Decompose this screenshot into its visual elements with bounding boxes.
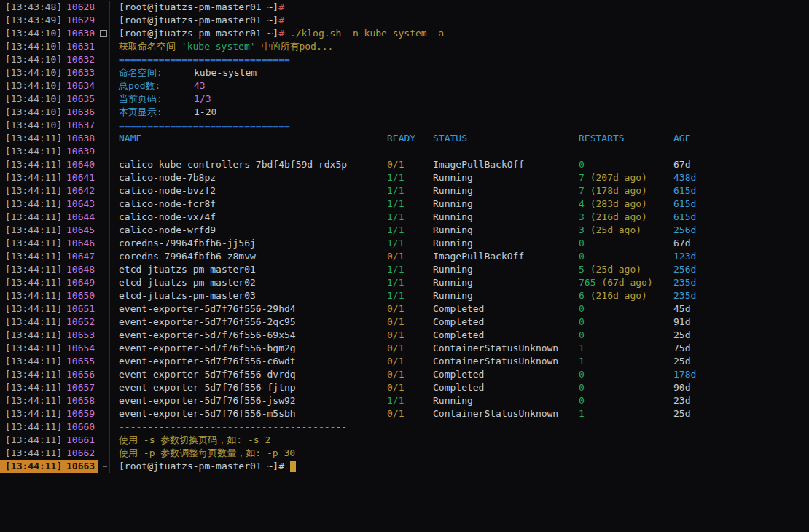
terminal-line: [13:44:10]10636本页显示:1-20 [0,106,809,119]
gutter-cell[interactable]: [13:44:11]10646 [0,237,110,250]
line-content: NAMEREADYSTATUSRESTARTSAGE [110,132,690,145]
gutter-cell[interactable]: [13:44:11]10658 [0,394,110,407]
fold-guide-line [99,368,107,381]
text-segment: 1 [579,342,673,355]
fold-guide-line [99,316,107,329]
gutter-cell[interactable]: [13:43:48]10628 [0,1,110,14]
timestamp-label: [13:44:10] [5,66,66,79]
text-segment: event-exporter-5d7f76f556-fjtnp [119,381,387,394]
timestamp-label: [13:44:10] [5,79,66,93]
text-segment: 67d [673,238,690,249]
timestamp-label: [13:44:11] [5,276,66,289]
timestamp-label: [13:44:11] [5,355,66,368]
text-segment: ---------------------------------------- [119,421,347,432]
gutter-cell[interactable]: [13:44:11]10641 [0,171,110,184]
timestamp-label: [13:44:11] [5,447,66,460]
text-segment: Running [433,171,579,184]
timestamp-label: [13:44:10] [5,93,66,106]
text-segment: 本页显示: [119,106,194,119]
gutter-cell[interactable]: [13:44:10]10633 [0,66,110,79]
text-segment: ============================== [119,120,290,130]
text-segment: NAME [119,132,387,145]
line-content: ============================== [110,53,290,66]
line-number: 10638 [66,132,95,145]
text-segment: Running [433,197,579,211]
gutter-cell[interactable]: [13:44:11]10659 [0,407,110,420]
text-segment: 1 [579,343,585,353]
text-segment: 235d [673,277,696,288]
gutter-cell-active[interactable]: [13:44:11]10663 [0,460,110,473]
text-segment: 0 [579,395,585,406]
text-segment: Running [433,237,579,250]
gutter-cell[interactable]: [13:44:11]10639 [0,145,110,158]
gutter-cell[interactable]: [13:44:11]10643 [0,197,110,211]
text-segment: 256d [673,224,696,235]
timestamp-label: [13:44:11] [5,368,66,381]
text-segment: 0 [579,237,673,250]
gutter-cell[interactable]: [13:44:10]10635 [0,93,110,106]
text-segment: [root@jtuatzs-pm-master01 ~] [119,1,278,12]
text-segment: 7 [579,185,585,196]
text-segment: STATUS [433,132,579,145]
text-segment: ImagePullBackOff [433,158,579,171]
fold-guide-line [99,132,107,145]
line-number: 10632 [66,53,95,66]
gutter-cell[interactable]: [13:44:11]10655 [0,355,110,368]
fold-guide-line [99,381,107,394]
gutter-cell[interactable]: [13:44:11]10642 [0,184,110,197]
gutter-cell[interactable]: [13:44:11]10640 [0,158,110,171]
fold-collapse-icon[interactable] [99,27,107,40]
text-segment: 25d [673,408,690,419]
gutter-cell[interactable]: [13:44:11]10656 [0,368,110,381]
terminal-line: [13:44:11]10655event-exporter-5d7f76f556… [0,355,809,368]
text-segment: 1/1 [387,184,433,197]
fold-guide-line [99,276,107,289]
line-content: etcd-jtuatzs-pm-master011/1Running5 (25d… [110,263,696,276]
text-segment: Completed [433,381,579,394]
gutter-cell[interactable]: [13:43:49]10629 [0,14,110,27]
line-number: 10640 [66,158,95,171]
text-segment: 6 (216d ago) [579,289,673,302]
gutter-cell[interactable]: [13:44:11]10657 [0,381,110,394]
gutter-cell[interactable]: [13:44:11]10650 [0,289,110,302]
gutter-cell[interactable]: [13:44:11]10638 [0,132,110,145]
text-segment: ---------------------------------------- [119,146,347,157]
gutter-cell[interactable]: [13:44:11]10645 [0,224,110,237]
text-segment: 0/1 [387,250,433,263]
terminal-window[interactable]: [13:43:48]10628[root@jtuatzs-pm-master01… [0,0,809,532]
gutter-cell[interactable]: [13:44:10]10632 [0,53,110,66]
text-segment: event-exporter-5d7f76f556-bgm2g [119,342,387,355]
text-segment: [root@jtuatzs-pm-master01 ~] [119,28,278,39]
timestamp-label: [13:44:11] [5,394,66,407]
gutter-cell[interactable]: [13:44:11]10648 [0,263,110,276]
gutter-cell[interactable]: [13:44:11]10660 [0,420,110,434]
timestamp-label: [13:44:11] [5,132,66,145]
line-content: [root@jtuatzs-pm-master01 ~]# [110,1,284,14]
gutter-cell[interactable]: [13:44:11]10651 [0,302,110,316]
timestamp-label: [13:44:11] [5,316,66,329]
gutter-cell[interactable]: [13:44:11]10654 [0,342,110,355]
gutter-cell[interactable]: [13:44:10]10636 [0,106,110,119]
gutter-cell[interactable]: [13:44:11]10652 [0,316,110,329]
line-number: 10636 [66,106,95,119]
text-segment: 0 [579,394,673,407]
text-segment: 0 [579,302,673,316]
gutter-cell[interactable]: [13:44:10]10634 [0,79,110,93]
gutter-cell[interactable]: [13:44:10]10631 [0,40,110,53]
gutter-cell[interactable]: [13:44:11]10649 [0,276,110,289]
gutter-cell[interactable]: [13:44:10]10630 [0,27,110,40]
text-segment: 4 (283d ago) [579,197,673,211]
gutter-cell[interactable]: [13:44:11]10661 [0,434,110,447]
text-segment: 3 (25d ago) [579,224,673,237]
text-segment: 4 [579,198,585,209]
line-number: 10658 [66,394,95,407]
text-segment: (67d ago) [595,277,652,288]
gutter-cell[interactable]: [13:44:11]10647 [0,250,110,263]
text-segment: 3 (216d ago) [579,211,673,224]
gutter-cell[interactable]: [13:44:11]10644 [0,211,110,224]
gutter-cell[interactable]: [13:44:11]10662 [0,447,110,460]
gutter-cell[interactable]: [13:44:10]10637 [0,119,110,132]
terminal-line: [13:44:11]10653event-exporter-5d7f76f556… [0,329,809,342]
gutter-cell[interactable]: [13:44:11]10653 [0,329,110,342]
line-number: 10639 [66,145,95,158]
